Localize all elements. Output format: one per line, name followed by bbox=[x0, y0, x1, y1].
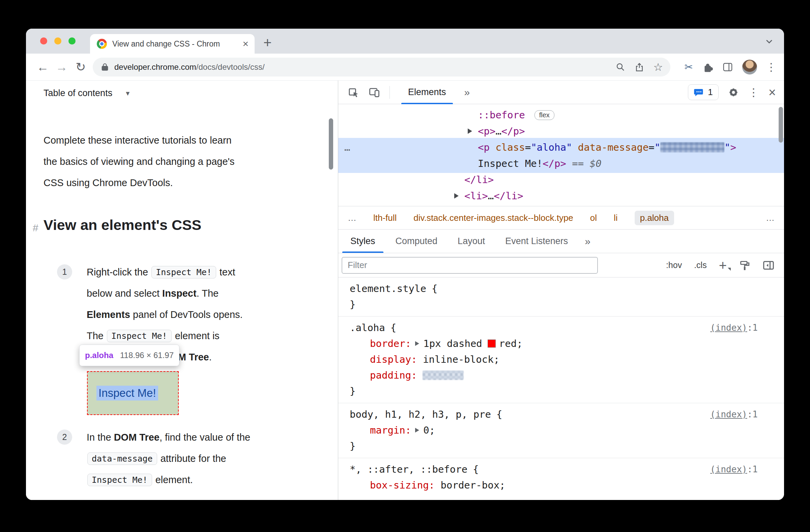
css-property-margin[interactable]: margin:0; bbox=[338, 422, 784, 438]
chrome-favicon-icon bbox=[97, 39, 107, 49]
more-panels-chevrons[interactable]: » bbox=[464, 87, 470, 98]
toggle-class-button[interactable]: .cls bbox=[694, 260, 707, 270]
expand-arrow-icon[interactable] bbox=[468, 129, 472, 134]
tab-computed[interactable]: Computed bbox=[386, 230, 448, 253]
node-overflow-dots[interactable]: … bbox=[344, 142, 350, 153]
breadcrumb-item[interactable]: div.stack.center-images.stack--block.typ… bbox=[414, 213, 573, 223]
css-property-display[interactable]: display: inline-block; bbox=[338, 351, 784, 367]
bookmark-star-icon[interactable]: ☆ bbox=[653, 61, 663, 73]
tab-elements[interactable]: Elements bbox=[399, 81, 455, 104]
extensions-puzzle-icon[interactable] bbox=[702, 61, 713, 73]
tab-search-chevron-icon[interactable] bbox=[764, 37, 774, 46]
table-of-contents-toggle[interactable]: Table of contents ▾ bbox=[44, 88, 129, 98]
issues-counter[interactable]: 1 bbox=[688, 84, 718, 100]
styles-pane: element.style{ } .aloha{ (index):1 borde… bbox=[338, 278, 784, 500]
breadcrumb-overflow[interactable]: … bbox=[348, 213, 356, 223]
share-icon[interactable] bbox=[634, 62, 644, 72]
url-text[interactable]: developer.chrome.com/docs/devtools/css/ bbox=[114, 62, 265, 72]
reload-button[interactable]: ↻ bbox=[71, 60, 90, 74]
minimize-window-button[interactable] bbox=[54, 37, 61, 45]
devtools-menu-kebab-icon[interactable]: ⋮ bbox=[748, 86, 759, 99]
scissors-extension-icon[interactable]: ✂ bbox=[684, 61, 693, 73]
zoom-window-button[interactable] bbox=[68, 37, 76, 45]
stylesheet-link[interactable]: (index):1 bbox=[710, 409, 758, 419]
browser-toolbar: ← → ↻ developer.chrome.com/docs/devtools… bbox=[26, 54, 784, 81]
browser-tab[interactable]: View and change CSS - Chrom × bbox=[90, 34, 255, 54]
dom-node-selected-open[interactable]: … <p class="aloha" data-message=""> bbox=[338, 139, 784, 155]
stylesheet-link[interactable]: (index):1 bbox=[710, 464, 758, 475]
dom-tree-scrollbar[interactable] bbox=[779, 107, 783, 143]
breadcrumb-item[interactable]: ol bbox=[590, 213, 597, 223]
zoom-icon[interactable] bbox=[615, 62, 626, 72]
close-window-button[interactable] bbox=[40, 37, 47, 45]
filter-input[interactable] bbox=[342, 257, 598, 274]
page-heading: View an element's CSS bbox=[44, 217, 201, 233]
flex-badge[interactable]: flex bbox=[534, 110, 554, 120]
expand-arrow-icon[interactable] bbox=[454, 193, 459, 199]
docs-page: Table of contents ▾ Complete these inter… bbox=[26, 81, 338, 500]
side-panel-icon[interactable] bbox=[722, 61, 733, 73]
content-area: Table of contents ▾ Complete these inter… bbox=[26, 81, 784, 500]
inline-code: Inspect Me! bbox=[151, 266, 216, 279]
new-tab-button[interactable]: + bbox=[263, 35, 272, 51]
dock-sidebar-icon[interactable] bbox=[762, 259, 775, 271]
inspect-me-demo-element[interactable]: Inspect Me! bbox=[87, 371, 179, 415]
inspect-me-label: Inspect Me! bbox=[96, 386, 158, 400]
profile-avatar[interactable] bbox=[742, 60, 757, 74]
dom-node-collapsed-p[interactable]: <p>…</p> bbox=[338, 123, 784, 139]
breadcrumb-current[interactable]: p.aloha bbox=[635, 211, 674, 225]
tab-styles[interactable]: Styles bbox=[340, 230, 386, 253]
dom-node-li-close[interactable]: </li> bbox=[338, 171, 784, 188]
breadcrumb-item[interactable]: lth-full bbox=[373, 213, 396, 223]
tab-strip: View and change CSS - Chrom × + bbox=[26, 29, 784, 54]
stylesheet-link[interactable]: (index):1 bbox=[710, 323, 758, 333]
styles-filter-bar: :hov .cls + bbox=[338, 253, 784, 278]
browser-menu-kebab-icon[interactable]: ⋮ bbox=[766, 61, 777, 73]
dom-node-before-pseudo[interactable]: ::before flex bbox=[338, 107, 784, 123]
redacted-padding-value bbox=[423, 370, 464, 380]
address-bar[interactable]: developer.chrome.com/docs/devtools/css/ … bbox=[93, 57, 670, 77]
element-overlay-tooltip: p.aloha 118.96 × 61.97 bbox=[79, 345, 179, 366]
lock-icon[interactable] bbox=[100, 62, 110, 72]
heading-anchor-hash[interactable]: # bbox=[33, 222, 38, 234]
dom-node-selected-text[interactable]: Inspect Me!</p> == $0 bbox=[338, 155, 784, 171]
expand-arrow-icon[interactable] bbox=[415, 428, 419, 433]
css-property-border[interactable]: border:1px dashedred; bbox=[338, 335, 784, 351]
device-toolbar-icon[interactable] bbox=[369, 87, 380, 98]
breadcrumb-overflow[interactable]: … bbox=[766, 213, 775, 223]
toggle-hover-state-button[interactable]: :hov bbox=[666, 260, 682, 270]
dom-tree: ::before flex <p>…</p> … <p class="aloha… bbox=[338, 104, 784, 206]
new-style-rule-button[interactable]: + bbox=[719, 259, 727, 272]
inline-code: Inspect Me! bbox=[107, 330, 172, 342]
breadcrumb-item[interactable]: li bbox=[614, 213, 618, 223]
style-rule-universal[interactable]: *, ::after, ::before{ (index):1 box-sizi… bbox=[338, 458, 784, 497]
devtools-close-icon[interactable]: × bbox=[768, 86, 776, 99]
css-property-box-sizing[interactable]: box-sizing: border-box; bbox=[338, 477, 784, 493]
chevron-down-icon: ▾ bbox=[126, 89, 129, 98]
style-rule-element-style[interactable]: element.style{ } bbox=[338, 278, 784, 317]
css-property-padding[interactable]: padding: bbox=[338, 367, 784, 383]
inspect-element-icon[interactable] bbox=[348, 87, 359, 98]
inline-code: data-message bbox=[87, 452, 157, 465]
color-swatch-red[interactable] bbox=[488, 339, 496, 348]
tab-layout[interactable]: Layout bbox=[448, 230, 495, 253]
expand-arrow-icon[interactable] bbox=[415, 341, 419, 346]
step-1-number: 1 bbox=[57, 264, 72, 280]
devtools-panel: Elements » 1 ⋮ × bbox=[338, 81, 784, 500]
forward-button[interactable]: → bbox=[52, 60, 71, 74]
intro-paragraph: Complete these interactive tutorials to … bbox=[44, 130, 235, 194]
toolbar-divider bbox=[389, 86, 390, 99]
more-tabs-chevrons[interactable]: » bbox=[585, 236, 590, 247]
step-2-number: 2 bbox=[57, 430, 72, 445]
settings-gear-icon[interactable] bbox=[728, 87, 739, 98]
style-rule-aloha[interactable]: .aloha{ (index):1 border:1px dashedred; … bbox=[338, 317, 784, 403]
tab-close-icon[interactable]: × bbox=[242, 39, 248, 49]
inline-code: Inspect Me! bbox=[87, 474, 152, 486]
style-rule-body-headings[interactable]: body, h1, h2, h3, p, pre{ (index):1 marg… bbox=[338, 403, 784, 458]
back-button[interactable]: ← bbox=[33, 60, 52, 74]
docs-scrollbar[interactable] bbox=[329, 118, 333, 170]
dom-breadcrumbs: … lth-full div.stack.center-images.stack… bbox=[338, 206, 784, 230]
dom-node-collapsed-li[interactable]: <li>…</li> bbox=[338, 188, 784, 204]
tab-event-listeners[interactable]: Event Listeners bbox=[495, 230, 578, 253]
paint-roller-icon[interactable] bbox=[739, 260, 750, 271]
